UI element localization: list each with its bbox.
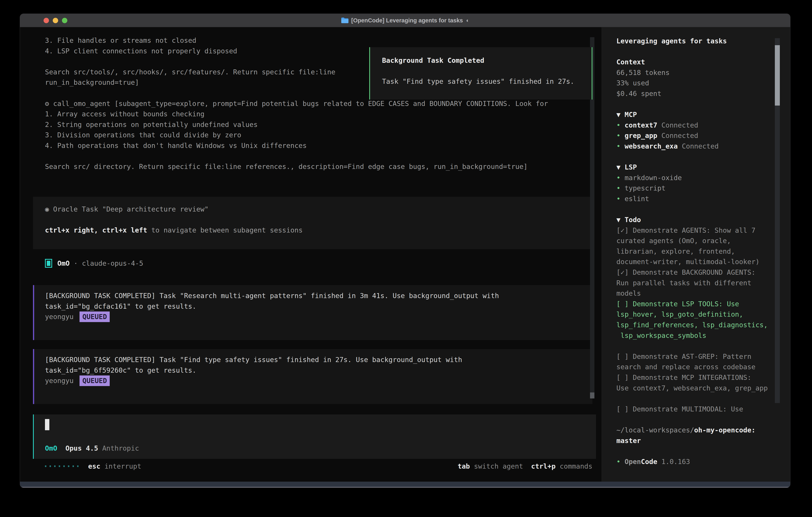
- bullet-icon: •: [616, 142, 625, 150]
- todo-line-active: lsp_hover, lsp_goto_definition,: [616, 309, 790, 320]
- bullet-icon: •: [616, 121, 625, 129]
- prompt-input[interactable]: OmO Opus 4.5 Anthropic: [33, 414, 596, 459]
- blank-line: [616, 446, 790, 456]
- sidebar: Leveraging agents for tasks Context66,51…: [601, 27, 790, 482]
- status-bar: esc interrupt tab switch agentctrl+p com…: [45, 461, 592, 472]
- task-block-meta: yeongyuQUEUED: [45, 311, 592, 322]
- agent-header: OmO · claude-opus-4-5: [45, 258, 143, 269]
- stream-line: 1. Array access without bounds checking: [45, 109, 548, 119]
- titlebar[interactable]: [OpenCode] Leveraging agents for tasks ◐: [20, 14, 790, 27]
- app-name-suffix: Code: [641, 458, 657, 466]
- spinner: [45, 465, 82, 467]
- background-task-notification: Background Task Completed Task "Find typ…: [369, 47, 592, 100]
- blank-line: [616, 204, 790, 215]
- task-block-line: task_id="bg_6f59260c" to get results.: [45, 365, 592, 376]
- todo-line-active: lsp_workspace_symbols: [616, 330, 790, 341]
- minimize-button[interactable]: [53, 18, 58, 23]
- shortcut-key: ctrl+p: [531, 461, 556, 472]
- input-model: Opus 4.5: [65, 444, 98, 452]
- item-name: websearch_exa: [625, 142, 678, 150]
- zoom-button[interactable]: [62, 18, 67, 23]
- item-name: typescript: [625, 184, 666, 192]
- repo-name: oh-my-opencode:: [694, 426, 755, 434]
- status-right: tab switch agentctrl+p commands: [458, 461, 592, 472]
- lsp-item: • eslint: [616, 193, 790, 204]
- spinner-dot: [63, 465, 65, 467]
- omo-agent-icon: [45, 259, 52, 268]
- app-content: 3. File handles or streams not closed4. …: [20, 27, 790, 482]
- window-title-group: [OpenCode] Leveraging agents for tasks ◐: [341, 17, 469, 24]
- shortcut-label: commands: [556, 461, 592, 472]
- blank-line: [616, 414, 790, 425]
- task-user: yeongyu: [45, 377, 74, 385]
- shortcut-key: esc: [88, 462, 100, 470]
- task-result-blocks: [BACKGROUND TASK COMPLETED] Task "Resear…: [33, 285, 592, 413]
- todo-line-done: Run parallel tasks with different: [616, 278, 790, 288]
- stream-line: 3. Division operations that could divide…: [45, 130, 548, 140]
- item-name: context7: [625, 121, 657, 129]
- mcp-item: • websearch_exa Connected: [616, 141, 790, 152]
- section-heading: MCP: [625, 111, 637, 118]
- opencode-version: • OpenCode 1.0.163: [616, 456, 790, 467]
- todo-line-done: [✓] Demonstrate BACKGROUND AGENTS:: [616, 267, 790, 278]
- window-title: [OpenCode] Leveraging agents for tasks: [351, 17, 463, 24]
- notification-body: Task "Find type safety issues" finished …: [382, 76, 591, 87]
- main-scrollbar-thumb[interactable]: [590, 392, 594, 399]
- desktop: [OpenCode] Leveraging agents for tasks ◐…: [0, 0, 812, 517]
- close-button[interactable]: [44, 18, 49, 23]
- sidebar-content: Leveraging agents for tasks Context66,51…: [601, 27, 790, 467]
- stream-line: [45, 151, 548, 162]
- notification-title: Background Task Completed: [382, 55, 591, 66]
- context-heading: Context: [616, 57, 790, 67]
- traffic-lights: [44, 14, 67, 27]
- context-line: 66,518 tokens: [616, 67, 790, 78]
- status-badge: QUEUED: [80, 311, 110, 322]
- todo-line-pending: Use context7, websearch_exa, grep_app: [616, 383, 790, 393]
- status-left: esc interrupt: [45, 461, 141, 472]
- bullet-icon: •: [616, 174, 625, 182]
- shortcut-label: switch agent: [470, 461, 523, 472]
- todo-line-active: lsp_find_references, lsp_diagnostics,: [616, 320, 790, 330]
- task-result-block: [BACKGROUND TASK COMPLETED] Task "Resear…: [33, 285, 592, 340]
- task-block-line: task_id="bg_dcfac161" to get results.: [45, 301, 592, 312]
- blank-line: [616, 46, 790, 57]
- opencode-window: [OpenCode] Leveraging agents for tasks ◐…: [20, 13, 790, 488]
- context-line: $0.46 spent: [616, 88, 790, 99]
- spinner-dot: [72, 465, 74, 467]
- section-header-mcp[interactable]: ▼ MCP: [616, 109, 790, 120]
- todo-line-done: [✓] Demonstrate AGENTS: Show all 7: [616, 225, 790, 236]
- shortcut-interrupt: esc interrupt: [88, 461, 141, 472]
- record-icon: ◉: [45, 205, 49, 213]
- section-header-todo[interactable]: ▼ Todo: [616, 215, 790, 225]
- todo-line-done: models: [616, 288, 790, 299]
- task-result-block: [BACKGROUND TASK COMPLETED] Task "Find t…: [33, 349, 592, 404]
- chevron-down-icon: ▼: [616, 111, 625, 118]
- todo-line-pending: [ ] Demonstrate MCP INTEGRATIONS:: [616, 372, 790, 383]
- todo-line-pending: [ ] Demonstrate AST-GREP: Pattern: [616, 351, 790, 362]
- section-header-lsp[interactable]: ▼ LSP: [616, 162, 790, 172]
- blank-line: [616, 99, 790, 110]
- lsp-item: • markdown-oxide: [616, 172, 790, 183]
- todo-line-done: librarian, explore, frontend,: [616, 246, 790, 257]
- bullet-icon: •: [616, 132, 625, 140]
- item-name: markdown-oxide: [625, 174, 682, 182]
- section-heading: LSP: [625, 163, 637, 171]
- agent-model: claude-opus-4-5: [82, 258, 143, 269]
- sidebar-scrollbar-thumb[interactable]: [775, 45, 780, 106]
- agent-separator: ·: [69, 258, 82, 269]
- agent-name: OmO: [57, 258, 69, 269]
- stream-line: ⚙ call_omo_agent [subagent_type=explore,…: [45, 98, 548, 109]
- task-block-line: [BACKGROUND TASK COMPLETED] Task "Find t…: [45, 354, 592, 365]
- chat-area: 3. File handles or streams not closed4. …: [20, 27, 601, 482]
- context-line: 33% used: [616, 78, 790, 88]
- spinner-dot: [77, 465, 79, 467]
- text-cursor: [45, 419, 49, 430]
- oracle-task-card: ◉ Oracle Task "Deep architecture review"…: [33, 197, 592, 249]
- stream-line: Search src/ directory. Return specific f…: [45, 161, 548, 172]
- item-status: Connected: [678, 142, 719, 150]
- item-name: grep_app: [625, 132, 657, 140]
- branch-name: master: [616, 435, 790, 446]
- subagent-nav-hint: ctrl+x right, ctrl+x left to navigate be…: [45, 225, 592, 236]
- sidebar-scrollbar[interactable]: [775, 38, 780, 403]
- stream-line: 2. String operations on potentially unde…: [45, 119, 548, 130]
